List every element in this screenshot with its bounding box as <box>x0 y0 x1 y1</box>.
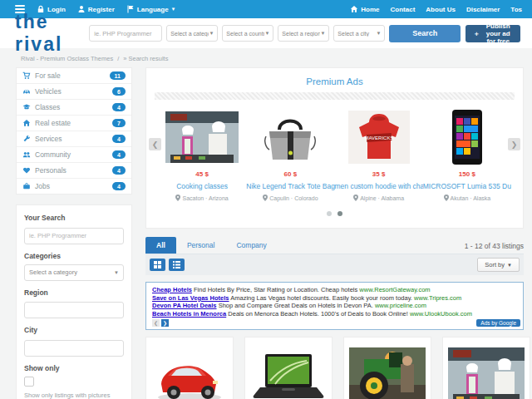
listing-card[interactable]: 305 $ <box>244 337 332 399</box>
region-input[interactable] <box>24 302 124 318</box>
list-view-button[interactable] <box>169 259 185 271</box>
sidebar-item-label: Services <box>35 135 108 143</box>
premium-ad-card[interactable]: MAVERICKS 35 $ men custom hoodie with ch… <box>335 110 423 201</box>
listing-price: 150 $ <box>423 170 511 178</box>
ad-pager: ❮ ❯ <box>152 319 517 327</box>
carousel-prev-button[interactable]: ❮ <box>149 138 161 150</box>
carousel-next-button[interactable]: ❯ <box>508 138 520 150</box>
premium-ad-card[interactable]: 60 $ Nike Legend Track Tote Bag Capulin … <box>246 110 334 201</box>
watermark-strip <box>155 92 515 100</box>
chevron-down-icon: ▼ <box>320 31 325 36</box>
svg-text:MAVERICKS: MAVERICKS <box>364 135 393 140</box>
sidebar-item-classes[interactable]: Classes 4 <box>17 100 131 116</box>
city-select[interactable]: Select a city ▼ <box>333 25 385 42</box>
tab-company[interactable]: Company <box>225 237 277 254</box>
sidebar-item-label: Real estate <box>35 119 108 127</box>
city-input[interactable] <box>24 340 124 357</box>
ad-title-link[interactable]: Devon PA Hotel Deals <box>152 302 217 309</box>
categories-label: Categories <box>24 252 124 260</box>
category-select[interactable]: Select a category ▼ <box>166 25 218 42</box>
car-icon <box>22 87 31 96</box>
count-badge: 4 <box>112 166 126 175</box>
region-select-label: Select a region <box>282 31 320 37</box>
ad-title-link[interactable]: Save on Las Vegas Hotels <box>152 294 229 302</box>
show-only-label: Show only <box>24 364 124 372</box>
premium-ads-title: Premium Ads <box>146 68 523 92</box>
listing-title[interactable]: MICROSOFT Lumia 535 Dual S... <box>423 182 511 190</box>
publish-ad-label: Publish your ad for free <box>483 22 513 45</box>
listing-card[interactable]: 3000 $ <box>145 337 234 399</box>
map-pin-icon <box>353 195 358 201</box>
plus-icon: ＋ <box>473 29 480 38</box>
listing-title[interactable]: Cooking classes <box>158 182 246 190</box>
listing-card[interactable]: 45 $ <box>442 337 530 399</box>
grid-icon <box>154 261 161 268</box>
nav-home-label: Home <box>361 6 379 13</box>
breadcrumb-root[interactable]: Rival - Premium Osclass Themes <box>21 55 113 62</box>
country-select[interactable]: Select a country ▼ <box>222 25 273 42</box>
listing-location: Alpine · Alabama <box>335 195 423 201</box>
cart-icon <box>22 71 31 80</box>
ads-by-google-badge[interactable]: Ads by Google <box>476 319 520 327</box>
chevron-down-icon: ▼ <box>376 31 381 36</box>
listing-image <box>158 110 246 165</box>
search-button[interactable]: Search <box>389 25 461 42</box>
search-input[interactable] <box>89 25 162 42</box>
home-icon <box>22 119 31 127</box>
nav-about-us[interactable]: About Us <box>426 6 456 13</box>
ad-line: Cheap Hotels Find Hotels By Price, Star … <box>152 286 517 294</box>
listing-card[interactable]: 120 $ <box>343 337 431 399</box>
sidebar-item-real-estate[interactable]: Real estate 7 <box>17 116 131 131</box>
nav-disclaimer[interactable]: Disclaimer <box>466 6 500 13</box>
chevron-down-icon: ▼ <box>114 270 119 275</box>
filter-category-select[interactable]: Select a category ▼ <box>24 264 124 281</box>
pictures-only-checkbox[interactable] <box>24 377 34 387</box>
sidebar-item-label: Personals <box>35 166 108 175</box>
grid-view-button[interactable] <box>150 259 165 271</box>
sidebar-item-label: Jobs <box>35 182 108 190</box>
ad-title-link[interactable]: Cheap Hotels <box>152 286 192 293</box>
sidebar-item-for-sale[interactable]: For sale 11 <box>17 68 131 84</box>
region-select[interactable]: Select a region ▼ <box>278 25 329 42</box>
count-badge: 11 <box>110 71 126 80</box>
google-ads-block: Cheap Hotels Find Hotels By Price, Star … <box>145 282 524 330</box>
premium-carousel: 45 $ Cooking classes Sacaton · Arizona 6… <box>146 100 523 201</box>
listing-tabs: All Personal Company 1 - 12 of 43 listin… <box>145 237 524 254</box>
filter-category-select-label: Select a category <box>29 268 114 276</box>
register-link[interactable]: Register <box>77 5 115 13</box>
sidebar-item-vehicles[interactable]: Vehicles 6 <box>17 84 131 100</box>
carousel-dot-active[interactable] <box>337 211 342 216</box>
listing-title[interactable]: men custom hoodie with char... <box>335 182 423 190</box>
ad-next-button[interactable]: ❯ <box>161 319 169 327</box>
count-badge: 4 <box>112 182 126 190</box>
nav-contact[interactable]: Contact <box>391 6 416 13</box>
sidebar-item-services[interactable]: Services 4 <box>17 131 131 147</box>
premium-ad-card[interactable]: 150 $ MICROSOFT Lumia 535 Dual S... Akut… <box>423 110 511 201</box>
site-logo[interactable]: the rival <box>15 11 62 56</box>
publish-ad-button[interactable]: ＋ Publish your ad for free <box>466 25 520 42</box>
listing-title[interactable]: Nike Legend Track Tote Bag <box>246 182 334 190</box>
premium-ads-panel: Premium Ads 45 $ Cooking classes Sacaton… <box>145 67 524 229</box>
filter-search-input[interactable] <box>24 228 124 244</box>
tab-all[interactable]: All <box>145 237 176 254</box>
ad-prev-button[interactable]: ❮ <box>152 319 160 327</box>
nav-home[interactable]: Home <box>350 5 379 13</box>
tab-personal[interactable]: Personal <box>176 237 226 254</box>
breadcrumb: Rival - Premium Osclass Themes / » Searc… <box>0 48 532 67</box>
sidebar-item-jobs[interactable]: Jobs 4 <box>17 179 131 194</box>
breadcrumb-current: » Search results <box>123 55 168 62</box>
premium-ad-card[interactable]: 45 $ Cooking classes Sacaton · Arizona <box>158 110 246 201</box>
sidebar-item-personals[interactable]: Personals 4 <box>17 163 131 179</box>
sidebar-item-community[interactable]: Community 4 <box>17 147 131 163</box>
map-pin-icon <box>175 195 180 201</box>
language-dropdown[interactable]: Language ▼ <box>126 5 176 13</box>
region-label: Region <box>24 288 124 297</box>
sort-by-button[interactable]: Sort by ▼ <box>477 258 520 272</box>
count-badge: 6 <box>112 87 126 96</box>
listing-price: 45 $ <box>158 170 246 178</box>
listing-image <box>151 342 228 399</box>
listing-toolbar: Sort by ▼ <box>145 254 524 275</box>
ad-title-link[interactable]: Beach Hotels in Menorca <box>152 310 226 318</box>
carousel-dot[interactable] <box>327 211 332 216</box>
nav-tos[interactable]: Tos <box>510 6 522 13</box>
